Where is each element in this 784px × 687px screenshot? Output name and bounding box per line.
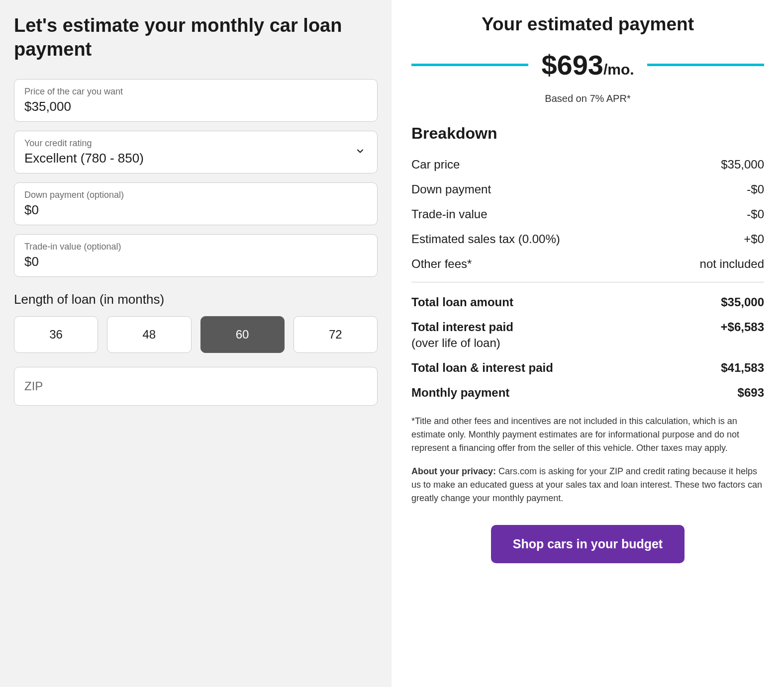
results-title: Your estimated payment [411, 14, 764, 35]
chevron-down-icon [355, 146, 365, 158]
trade-label: Trade-in value [411, 207, 488, 221]
interest-label: Total interest paid [411, 320, 513, 334]
credit-rating-select[interactable]: Your credit rating Excellent (780 - 850) [14, 131, 378, 173]
credit-label: Your credit rating [24, 138, 367, 149]
apr-text: Based on 7% APR* [411, 93, 764, 104]
down-payment-field[interactable]: Down payment (optional) [14, 182, 378, 225]
divider [411, 282, 764, 282]
privacy-text: About your privacy: Cars.com is asking f… [411, 465, 764, 505]
credit-value: Excellent (780 - 850) [24, 151, 367, 166]
disclaimer-text: *Title and other fees and incentives are… [411, 415, 764, 455]
row-trade-in: Trade-in value -$0 [411, 207, 764, 221]
term-button-36[interactable]: 36 [14, 316, 98, 353]
row-sales-tax: Estimated sales tax (0.00%) +$0 [411, 232, 764, 246]
row-car-price: Car price $35,000 [411, 158, 764, 172]
tax-value: +$0 [744, 232, 764, 246]
price-field[interactable]: Price of the car you want [14, 79, 378, 122]
shop-cars-button[interactable]: Shop cars in your budget [491, 525, 685, 563]
trade-label: Trade-in value (optional) [24, 242, 367, 252]
term-button-group: 36 48 60 72 [14, 316, 378, 353]
fees-label: Other fees* [411, 257, 472, 271]
row-other-fees: Other fees* not included [411, 257, 764, 271]
accent-line-left [411, 64, 528, 66]
total-loan-value: $35,000 [721, 295, 764, 309]
breakdown-title: Breakdown [411, 124, 764, 143]
down-label: Down payment (optional) [24, 190, 367, 200]
price-label: Price of the car you want [24, 86, 367, 97]
total-paid-label: Total loan & interest paid [411, 361, 553, 375]
car-price-label: Car price [411, 158, 460, 172]
interest-value: +$6,583 [721, 320, 764, 350]
row-total-loan: Total loan amount $35,000 [411, 295, 764, 309]
trade-input[interactable] [24, 254, 367, 269]
payment-amount-wrap: $693/mo. [541, 49, 634, 81]
payment-amount: $693 [541, 49, 603, 81]
accent-line-right [647, 64, 764, 66]
fees-value: not included [700, 257, 764, 271]
trade-in-field[interactable]: Trade-in value (optional) [14, 234, 378, 277]
loan-length-label: Length of loan (in months) [14, 292, 378, 307]
row-interest: Total interest paid (over life of loan) … [411, 320, 764, 350]
zip-input[interactable] [24, 379, 367, 393]
total-loan-label: Total loan amount [411, 295, 513, 309]
row-total-paid: Total loan & interest paid $41,583 [411, 361, 764, 375]
payment-row: $693/mo. [411, 49, 764, 81]
monthly-value: $693 [738, 386, 764, 400]
form-title: Let's estimate your monthly car loan pay… [14, 14, 378, 61]
payment-suffix: /mo. [603, 61, 634, 78]
down-label: Down payment [411, 182, 491, 196]
zip-field[interactable] [14, 367, 378, 406]
term-button-72[interactable]: 72 [294, 316, 378, 353]
privacy-bold: About your privacy: [411, 466, 498, 476]
tax-label: Estimated sales tax (0.00%) [411, 232, 560, 246]
monthly-label: Monthly payment [411, 386, 509, 400]
total-paid-value: $41,583 [721, 361, 764, 375]
price-input[interactable] [24, 99, 367, 114]
term-button-48[interactable]: 48 [107, 316, 191, 353]
car-price-value: $35,000 [721, 158, 764, 172]
results-panel: Your estimated payment $693/mo. Based on… [392, 0, 784, 687]
row-down-payment: Down payment -$0 [411, 182, 764, 196]
down-value: -$0 [747, 182, 764, 196]
calculator-form: Let's estimate your monthly car loan pay… [0, 0, 392, 687]
term-button-60[interactable]: 60 [200, 316, 285, 353]
trade-value: -$0 [747, 207, 764, 221]
down-input[interactable] [24, 202, 367, 218]
row-monthly: Monthly payment $693 [411, 386, 764, 400]
interest-sub: (over life of loan) [411, 336, 513, 350]
